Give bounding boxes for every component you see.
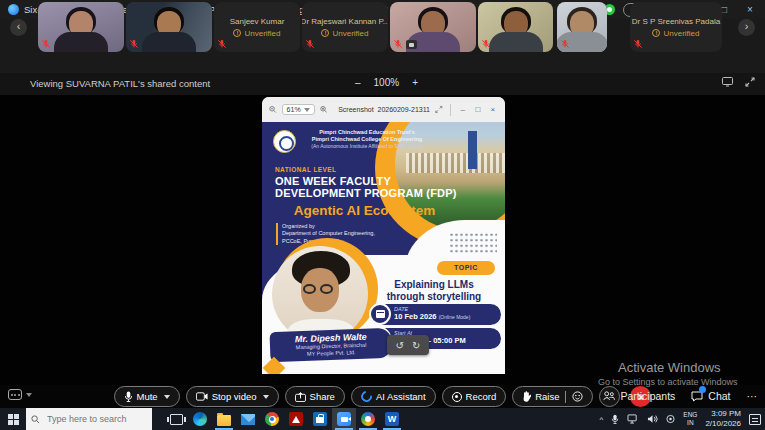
chat-button[interactable]: Chat xyxy=(691,390,730,402)
microphone-icon xyxy=(124,391,133,403)
filmstrip-next-button[interactable]: › xyxy=(738,19,755,36)
divider xyxy=(565,391,566,403)
participants-icon xyxy=(603,391,615,401)
muted-mic-icon xyxy=(481,39,491,49)
expand-icon[interactable] xyxy=(435,105,443,114)
taskbar-zoom[interactable] xyxy=(332,408,356,430)
close-button[interactable]: × xyxy=(741,4,759,15)
viewer-maximize-button[interactable]: □ xyxy=(473,105,483,114)
task-view-button[interactable] xyxy=(164,408,188,430)
raise-hand-button[interactable]: Raise xyxy=(512,386,593,407)
participant-video-tile[interactable] xyxy=(557,2,607,52)
tray-expand-icon[interactable]: ^ xyxy=(600,415,604,424)
start-button[interactable] xyxy=(0,408,26,430)
folder-icon xyxy=(217,415,231,426)
participant-name-tile[interactable]: Dr Rajeswari Kannan P... ! Unverified xyxy=(302,2,388,52)
unverified-badge: ! Unverified xyxy=(652,29,699,38)
record-icon xyxy=(452,392,462,402)
viewer-zoom-dropdown[interactable]: 61% xyxy=(282,104,315,115)
ai-companion-icon xyxy=(359,389,374,404)
fullscreen-icon[interactable] xyxy=(745,77,755,87)
poster-topic: Explaining LLMs through storytelling xyxy=(365,279,503,302)
taskbar-app-icons: W xyxy=(164,408,404,430)
network-icon[interactable] xyxy=(627,414,639,424)
store-icon xyxy=(313,412,327,426)
divider xyxy=(450,104,451,116)
chevron-down-icon[interactable] xyxy=(263,395,269,399)
reactions-smiley-icon[interactable] xyxy=(572,391,583,402)
image-rotate-toolbar: ↺ ↻ xyxy=(387,335,429,355)
colorful-app-icon xyxy=(361,412,375,426)
muted-mic-icon xyxy=(217,39,227,49)
magnifier-minus-icon[interactable] xyxy=(269,105,277,114)
muted-mic-icon xyxy=(41,39,51,49)
search-icon xyxy=(31,415,40,424)
raised-hand-icon xyxy=(522,391,531,402)
participant-name-tile[interactable]: Dr S P Sreenivas Padala ! Unverified xyxy=(630,2,722,52)
taskbar-edge[interactable] xyxy=(188,408,212,430)
taskbar-word[interactable]: W xyxy=(380,408,404,430)
volume-icon[interactable] xyxy=(647,414,658,424)
zoom-in-button[interactable]: + xyxy=(412,77,418,88)
viewer-close-button[interactable]: × xyxy=(488,105,498,114)
panel-more-button[interactable]: ··· xyxy=(747,390,758,402)
zoom-out-button[interactable]: – xyxy=(355,77,361,88)
taskbar-google-app[interactable] xyxy=(356,408,380,430)
chevron-down-icon[interactable] xyxy=(164,395,170,399)
filmstrip-prev-button[interactable]: ‹ xyxy=(10,19,27,36)
rotate-right-icon[interactable]: ↻ xyxy=(412,340,420,351)
action-center-icon[interactable] xyxy=(749,414,761,425)
stop-video-button[interactable]: Stop video xyxy=(186,386,279,407)
zoom-app-icon xyxy=(8,4,19,15)
viewer-minimize-button[interactable]: – xyxy=(458,105,468,114)
unverified-badge: ! Unverified xyxy=(233,29,280,38)
windows-taskbar: W ^ ENG IN 3:09 PM 2/10/2026 xyxy=(0,408,765,430)
share-button[interactable]: Share xyxy=(285,386,345,407)
taskbar-file-explorer[interactable] xyxy=(212,408,236,430)
shared-content-bar: Viewing SUVARNA PATIL's shared content –… xyxy=(0,73,765,95)
camera-control-icon xyxy=(406,40,417,49)
rotate-left-icon[interactable]: ↺ xyxy=(396,340,404,351)
participants-button[interactable]: Participants xyxy=(603,390,675,402)
taskbar-search[interactable] xyxy=(26,408,152,430)
unverified-icon: ! xyxy=(652,29,660,37)
taskbar-clock[interactable]: 3:09 PM 2/10/2026 xyxy=(705,409,741,429)
video-panel-icon[interactable] xyxy=(722,77,733,87)
participant-video-tile[interactable] xyxy=(390,2,476,52)
record-button[interactable]: Record xyxy=(442,386,507,407)
zoom-meeting-window: Six-day national-level Faculty Developme… xyxy=(0,0,765,430)
fdp-poster: Pimpri Chinchwad Education Trust's Pimpr… xyxy=(262,122,505,374)
chrome-icon xyxy=(265,412,279,426)
participant-video-tile[interactable] xyxy=(126,2,212,52)
taskbar-chrome[interactable] xyxy=(260,408,284,430)
taskbar-store[interactable] xyxy=(308,408,332,430)
participant-name: Sanjeev Kumar xyxy=(230,17,285,26)
unverified-badge: ! Unverified xyxy=(321,29,368,38)
dots-decoration xyxy=(449,232,497,254)
mute-button[interactable]: Mute xyxy=(114,386,180,407)
zoom-level[interactable]: 100% xyxy=(374,77,400,88)
zoom-icon xyxy=(337,412,351,426)
image-viewer-window: 61% Screenshot_20260209-213114-685... – … xyxy=(262,97,505,374)
language-indicator[interactable]: ENG IN xyxy=(683,411,697,427)
college-logo xyxy=(273,130,296,153)
taskbar-mail[interactable] xyxy=(236,408,260,430)
image-viewer-titlebar: 61% Screenshot_20260209-213114-685... – … xyxy=(262,97,505,122)
search-input[interactable] xyxy=(45,413,145,425)
tray-app-icon[interactable] xyxy=(666,414,675,424)
unverified-icon: ! xyxy=(321,29,329,37)
participant-video-tile[interactable] xyxy=(478,2,553,52)
participant-name-tile[interactable]: Sanjeev Kumar ! Unverified xyxy=(214,2,300,52)
ai-assistant-button[interactable]: AI Assistant xyxy=(351,386,436,407)
poster-theme-title: Agentic AI Ecosystem xyxy=(262,203,467,218)
muted-mic-icon xyxy=(129,39,139,49)
chevron-down-icon xyxy=(304,108,310,112)
muted-mic-icon xyxy=(560,39,570,49)
glasses-icon xyxy=(303,284,333,294)
magnifier-plus-icon[interactable] xyxy=(320,105,328,114)
tray-mic-icon[interactable] xyxy=(611,414,619,425)
word-icon: W xyxy=(385,412,399,426)
taskbar-acrobat[interactable] xyxy=(284,408,308,430)
calendar-icon xyxy=(369,303,391,325)
participant-video-tile[interactable] xyxy=(38,2,124,52)
